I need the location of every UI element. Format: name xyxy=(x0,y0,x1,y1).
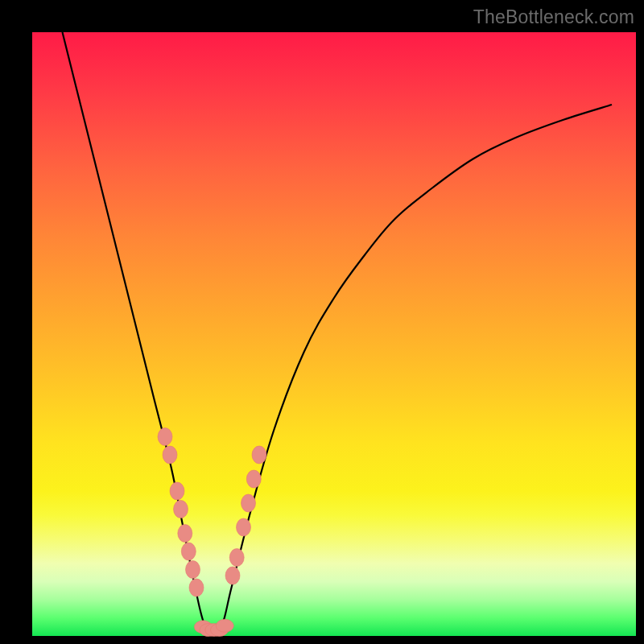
watermark-text: TheBottleneck.com xyxy=(473,6,634,28)
marker-dot xyxy=(163,446,177,464)
marker-dot xyxy=(237,518,251,536)
marker-dot xyxy=(225,567,240,584)
marker-dot xyxy=(158,428,172,446)
chart-svg xyxy=(32,32,636,636)
plot-area xyxy=(32,32,636,636)
marker-dot xyxy=(246,470,261,488)
marker-dot xyxy=(174,501,188,518)
marker-dot xyxy=(181,543,196,560)
marker-dot xyxy=(178,525,192,543)
marker-dot xyxy=(229,549,244,567)
curve-markers xyxy=(158,428,266,637)
bottleneck-curve xyxy=(63,32,613,630)
marker-dot xyxy=(170,482,184,500)
marker-dot xyxy=(186,561,200,579)
marker-dot xyxy=(189,579,204,597)
chart-canvas: TheBottleneck.com xyxy=(0,0,644,644)
marker-dot xyxy=(216,619,233,632)
marker-dot xyxy=(252,446,266,464)
marker-dot xyxy=(242,494,256,512)
